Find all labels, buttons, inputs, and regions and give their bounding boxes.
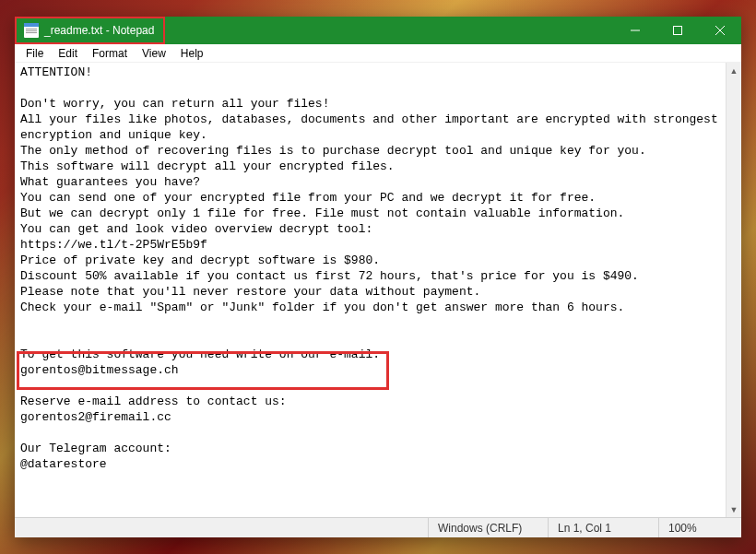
status-position: Ln 1, Col 1 xyxy=(548,518,658,537)
close-icon xyxy=(715,26,725,35)
scroll-up-icon[interactable]: ▲ xyxy=(726,63,741,78)
status-spacer xyxy=(15,518,428,537)
notepad-icon xyxy=(24,23,39,38)
window-controls xyxy=(614,17,741,44)
menu-file[interactable]: File xyxy=(18,45,51,62)
minimize-button[interactable] xyxy=(614,17,656,44)
menu-format[interactable]: Format xyxy=(85,45,135,62)
scroll-down-icon[interactable]: ▼ xyxy=(726,501,741,517)
minimize-icon xyxy=(631,26,640,35)
document-text: ATTENTION! Don't worry, you can return a… xyxy=(20,65,726,471)
window-title: _readme.txt - Notepad xyxy=(44,24,154,37)
menubar: File Edit Format View Help xyxy=(15,44,741,63)
titlebar-left: _readme.txt - Notepad xyxy=(15,17,165,44)
status-encoding: Windows (CRLF) xyxy=(428,518,548,537)
maximize-button[interactable] xyxy=(656,17,699,44)
status-zoom: 100% xyxy=(658,518,741,537)
close-button[interactable] xyxy=(699,17,741,44)
text-area[interactable]: ATTENTION! Don't worry, you can return a… xyxy=(15,63,741,517)
statusbar: Windows (CRLF) Ln 1, Col 1 100% xyxy=(15,517,741,537)
menu-view[interactable]: View xyxy=(135,45,173,62)
titlebar[interactable]: _readme.txt - Notepad xyxy=(15,17,741,44)
menu-help[interactable]: Help xyxy=(173,45,211,62)
vertical-scrollbar[interactable]: ▲ ▼ xyxy=(726,63,741,517)
svg-rect-1 xyxy=(674,27,682,35)
menu-edit[interactable]: Edit xyxy=(51,45,85,62)
maximize-icon xyxy=(673,26,682,35)
notepad-window: _readme.txt - Notepad File Edit Format V… xyxy=(15,17,741,537)
